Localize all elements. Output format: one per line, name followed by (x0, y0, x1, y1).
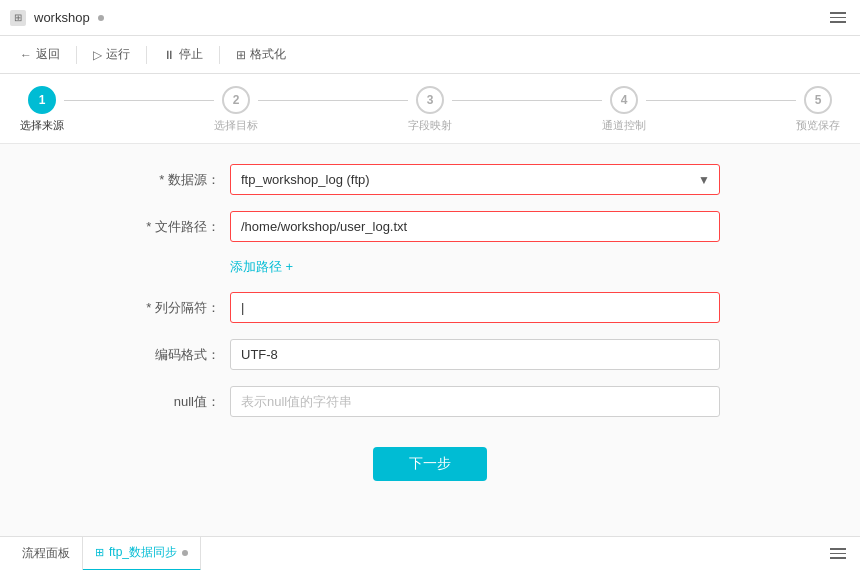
bottom-menu-icon[interactable] (826, 544, 850, 563)
null-value-field (230, 386, 720, 417)
form-container: * 数据源： ftp_workshop_log (ftp) ▼ * 文件路径： … (140, 164, 720, 516)
format-icon: ⊞ (236, 48, 246, 62)
main-content: * 数据源： ftp_workshop_log (ftp) ▼ * 文件路径： … (0, 144, 860, 536)
separator2 (146, 46, 147, 64)
filepath-row: * 文件路径： (140, 211, 720, 242)
datasync-dot (182, 550, 188, 556)
line-4 (646, 100, 796, 101)
run-button[interactable]: ▷ 运行 (85, 42, 138, 67)
toolbar: ← 返回 ▷ 运行 ⏸ 停止 ⊞ 格式化 (0, 36, 860, 74)
filepath-input[interactable] (230, 211, 720, 242)
run-icon: ▷ (93, 48, 102, 62)
null-value-input[interactable] (230, 386, 720, 417)
title-bar: ⊞ workshop (0, 0, 860, 36)
back-icon: ← (20, 48, 32, 62)
back-button[interactable]: ← 返回 (12, 42, 68, 67)
step-4-circle: 4 (610, 86, 638, 114)
bottom-tab-list: 流程面板 ⊞ ftp_数据同步 (10, 537, 201, 571)
datasource-select-wrapper: ftp_workshop_log (ftp) ▼ (230, 164, 720, 195)
step-4-label: 通道控制 (602, 118, 646, 133)
tab-dot (98, 15, 104, 21)
datasource-row: * 数据源： ftp_workshop_log (ftp) ▼ (140, 164, 720, 195)
bottom-tab-flow[interactable]: 流程面板 (10, 537, 83, 571)
steps-bar: 1 选择来源 2 选择目标 3 字段映射 4 通道控制 5 预览保存 (0, 74, 860, 144)
line-1 (64, 100, 214, 101)
separator3 (219, 46, 220, 64)
encoding-label: 编码格式： (140, 346, 230, 364)
step-2: 2 选择目标 (214, 86, 258, 133)
format-button[interactable]: ⊞ 格式化 (228, 42, 294, 67)
step-5-label: 预览保存 (796, 118, 840, 133)
line-2 (258, 100, 408, 101)
steps-container: 1 选择来源 2 选择目标 3 字段映射 4 通道控制 5 预览保存 (20, 86, 840, 133)
encoding-row: 编码格式： (140, 339, 720, 370)
datasync-icon: ⊞ (95, 546, 104, 559)
null-value-row: null值： (140, 386, 720, 417)
menu-icon[interactable] (826, 8, 850, 27)
add-path-link[interactable]: 添加路径 + (230, 258, 720, 276)
next-button[interactable]: 下一步 (373, 447, 487, 481)
step-3-label: 字段映射 (408, 118, 452, 133)
datasync-label: ftp_数据同步 (109, 544, 177, 561)
step-2-circle: 2 (222, 86, 250, 114)
filepath-label: * 文件路径： (140, 218, 230, 236)
stop-button[interactable]: ⏸ 停止 (155, 42, 211, 67)
encoding-field (230, 339, 720, 370)
separator-input[interactable] (230, 292, 720, 323)
separator-field (230, 292, 720, 323)
null-value-label: null值： (140, 393, 230, 411)
step-1-circle: 1 (28, 86, 56, 114)
step-2-label: 选择目标 (214, 118, 258, 133)
step-5: 5 预览保存 (796, 86, 840, 133)
datasource-select[interactable]: ftp_workshop_log (ftp) (230, 164, 720, 195)
encoding-input[interactable] (230, 339, 720, 370)
stop-icon: ⏸ (163, 48, 175, 62)
separator-row: * 列分隔符： (140, 292, 720, 323)
separator (76, 46, 77, 64)
flow-panel-label: 流程面板 (22, 545, 70, 562)
step-3-circle: 3 (416, 86, 444, 114)
datasource-label: * 数据源： (140, 171, 230, 189)
title-bar-left: ⊞ workshop (10, 10, 104, 26)
step-3: 3 字段映射 (408, 86, 452, 133)
datasource-field[interactable]: ftp_workshop_log (ftp) ▼ (230, 164, 720, 195)
bottom-tab-datasync[interactable]: ⊞ ftp_数据同步 (83, 537, 201, 571)
step-1: 1 选择来源 (20, 86, 64, 133)
tab-title: workshop (34, 10, 90, 25)
bottom-tabs: 流程面板 ⊞ ftp_数据同步 (0, 536, 860, 570)
line-3 (452, 100, 602, 101)
tab-icon: ⊞ (10, 10, 26, 26)
step-5-circle: 5 (804, 86, 832, 114)
step-1-label: 选择来源 (20, 118, 64, 133)
step-4: 4 通道控制 (602, 86, 646, 133)
filepath-field (230, 211, 720, 242)
separator-label: * 列分隔符： (140, 299, 230, 317)
